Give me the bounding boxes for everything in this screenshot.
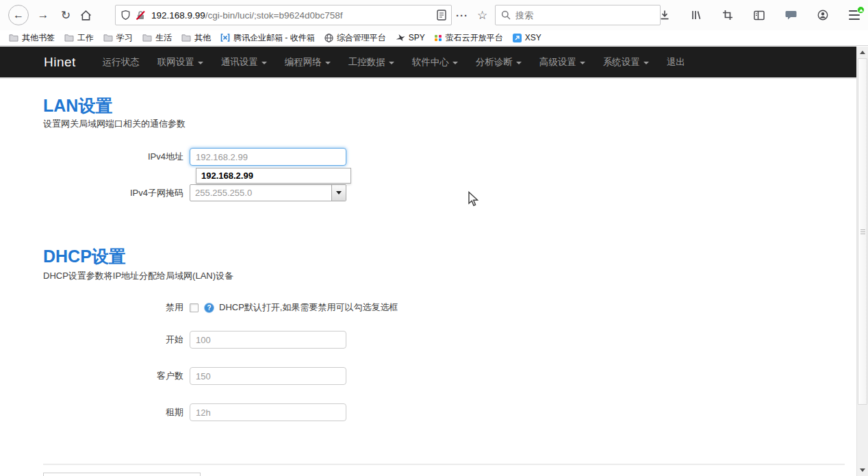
search-input[interactable] — [515, 10, 654, 21]
search-box[interactable] — [495, 5, 661, 25]
partial-bottom-box — [43, 473, 201, 476]
dhcp-disable-label: 禁用 — [43, 301, 190, 314]
nav-item-label: 高级设置 — [539, 56, 576, 68]
nav-item-advanced-settings[interactable]: 高级设置 — [531, 46, 594, 78]
dhcp-disable-row: 禁用 DHCP默认打开,如果需要禁用可以勾选复选框 — [43, 301, 398, 314]
app-navbar: Hinet 运行状态 联网设置 通讯设置 编程网络 工控数据 软件中心 分析诊断… — [0, 47, 868, 79]
dhcp-start-row: 开始 — [43, 331, 346, 349]
insecure-lock-icon — [136, 10, 146, 21]
bookmark-label: 学习 — [116, 32, 133, 44]
shield-icon — [120, 10, 131, 21]
dhcp-section-title: DHCP设置 — [43, 245, 126, 268]
chat-icon[interactable] — [785, 10, 797, 21]
reader-mode-icon[interactable] — [437, 10, 446, 21]
reload-icon: ↻ — [61, 9, 71, 22]
bookmark-tencent-mail[interactable]: 腾讯企业邮箱 - 收件箱 — [216, 31, 320, 45]
bookmark-ezviz[interactable]: 萤石云开放平台 — [430, 31, 508, 45]
ipv4-netmask-select[interactable]: 255.255.255.0 — [190, 184, 346, 201]
forward-button[interactable]: → — [35, 8, 51, 22]
bookmark-label: 综合管理平台 — [337, 32, 386, 44]
bookmark-spy[interactable]: SPY — [391, 32, 430, 44]
back-icon: ← — [13, 9, 24, 21]
nav-item-network-settings[interactable]: 联网设置 — [149, 46, 212, 78]
ipv4-netmask-row: IPv4子网掩码 255.255.255.0 — [43, 184, 346, 201]
folder-icon — [142, 34, 152, 42]
home-icon — [80, 10, 92, 21]
url-bar[interactable]: 192.168.9.99/cgi-bin/luci/;stok=b9624d0b… — [115, 5, 452, 25]
url-path: /cgi-bin/luci/;stok=b9624d0bc758f — [205, 10, 343, 21]
select-dropdown-button[interactable] — [331, 185, 346, 201]
nav-item-label: 退出 — [667, 56, 685, 68]
home-button[interactable] — [80, 10, 97, 21]
dhcp-start-input[interactable] — [190, 331, 346, 349]
caret-down-icon — [261, 62, 267, 64]
caret-down-icon — [389, 62, 394, 64]
dhcp-limit-label: 客户数 — [43, 370, 190, 382]
page-actions-icon[interactable]: ··· — [456, 10, 468, 21]
bookmark-folder-study[interactable]: 学习 — [99, 31, 138, 45]
back-button[interactable]: ← — [8, 5, 29, 25]
page-scrollbar[interactable] — [856, 47, 868, 476]
caret-down-icon — [336, 191, 342, 195]
bookmark-label: 其他书签 — [22, 32, 55, 44]
bookmarks-bar: 其他书签 工作 学习 生活 其他 腾讯企业邮箱 - 收件箱 综合管理平台 SP — [0, 30, 868, 46]
bookmark-xsy[interactable]: XSY — [508, 32, 546, 44]
nav-item-label: 系统设置 — [603, 56, 640, 68]
nav-item-diagnostics[interactable]: 分析诊断 — [467, 46, 531, 78]
scroll-down-icon[interactable] — [857, 465, 868, 475]
bookmark-label: 萤石云开放平台 — [446, 32, 503, 44]
reload-button[interactable]: ↻ — [58, 8, 74, 23]
section-divider — [43, 464, 845, 465]
menu-button[interactable] — [849, 10, 860, 20]
ipv4-address-row: IPv4地址 — [43, 148, 346, 166]
bookmark-star-icon[interactable]: ☆ — [477, 8, 487, 23]
nav-item-label: 分析诊断 — [476, 56, 513, 68]
bookmark-mgmt-platform[interactable]: 综合管理平台 — [320, 31, 391, 45]
screenshot-icon[interactable] — [722, 10, 733, 21]
nav-item-software-center[interactable]: 软件中心 — [403, 46, 467, 78]
spy-icon — [396, 34, 405, 42]
ipv4-address-input[interactable] — [190, 148, 346, 166]
help-icon[interactable] — [204, 303, 214, 313]
lan-section-title: LAN设置 — [43, 95, 112, 117]
nav-item-programming-network[interactable]: 编程网络 — [276, 46, 340, 78]
bookmark-folder-work[interactable]: 工作 — [60, 31, 99, 45]
download-icon[interactable] — [659, 10, 670, 21]
browser-toolbar: ← → ↻ 192.168.9.99/cgi-bin/luci/;stok=b9… — [0, 0, 868, 30]
forward-icon: → — [38, 8, 49, 21]
bookmark-folder-other-bookmarks[interactable]: 其他书签 — [4, 31, 60, 45]
ipv4-autocomplete-suggestion[interactable]: 192.168.2.99 — [196, 168, 351, 184]
dhcp-disable-checkbox[interactable] — [190, 303, 199, 312]
scroll-up-icon[interactable] — [857, 47, 868, 58]
tencent-mail-icon — [220, 34, 230, 42]
bookmark-folder-misc[interactable]: 其他 — [177, 31, 216, 45]
caret-down-icon — [198, 62, 203, 64]
url-fade — [414, 6, 432, 24]
bookmark-label: XSY — [525, 33, 541, 42]
library-icon[interactable] — [691, 10, 702, 21]
nav-item-label: 联网设置 — [157, 56, 194, 68]
nav-item-system-settings[interactable]: 系统设置 — [594, 46, 658, 78]
nav-item-status[interactable]: 运行状态 — [94, 46, 149, 78]
lan-section-subtitle: 设置网关局域网端口相关的通信参数 — [43, 118, 186, 130]
nav-item-label: 运行状态 — [103, 56, 140, 68]
scrollbar-thumb[interactable] — [858, 58, 867, 405]
ezviz-icon — [435, 35, 442, 41]
brand-logo[interactable]: Hinet — [44, 55, 76, 70]
nav-item-label: 软件中心 — [412, 56, 449, 68]
scrollbar-grip-icon — [860, 229, 865, 236]
nav-item-industrial-data[interactable]: 工控数据 — [340, 46, 403, 78]
nav-item-logout[interactable]: 退出 — [658, 46, 694, 78]
xsy-icon — [513, 34, 522, 42]
folder-icon — [64, 34, 74, 42]
dhcp-section-subtitle: DHCP设置参数将IP地址分配给局域网(LAN)设备 — [43, 270, 233, 282]
nav-item-comm-settings[interactable]: 通讯设置 — [212, 46, 276, 78]
sidebar-icon[interactable] — [754, 10, 765, 21]
bookmark-label: SPY — [409, 33, 425, 42]
dhcp-lease-input[interactable] — [190, 403, 346, 421]
bookmark-folder-life[interactable]: 生活 — [138, 31, 177, 45]
dhcp-limit-input[interactable] — [190, 367, 346, 385]
account-icon[interactable] — [817, 10, 828, 21]
bookmark-label: 腾讯企业邮箱 - 收件箱 — [233, 32, 315, 44]
globe-icon — [324, 34, 333, 42]
